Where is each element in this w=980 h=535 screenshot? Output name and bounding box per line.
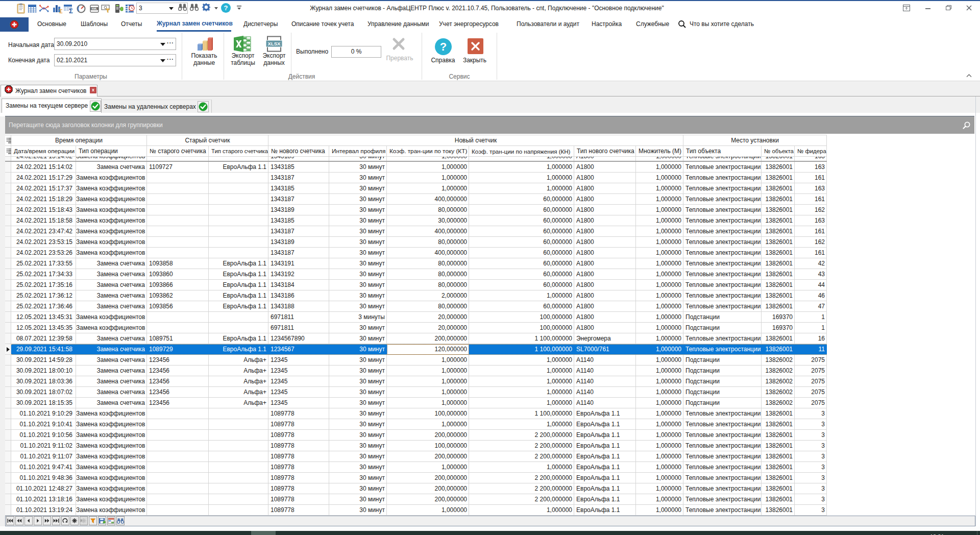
svg-text:XLSX: XLSX bbox=[268, 41, 281, 46]
svg-text:Σ: Σ bbox=[69, 7, 73, 15]
svg-text:XML: XML bbox=[91, 7, 97, 10]
svg-text:Σ: Σ bbox=[59, 8, 63, 14]
